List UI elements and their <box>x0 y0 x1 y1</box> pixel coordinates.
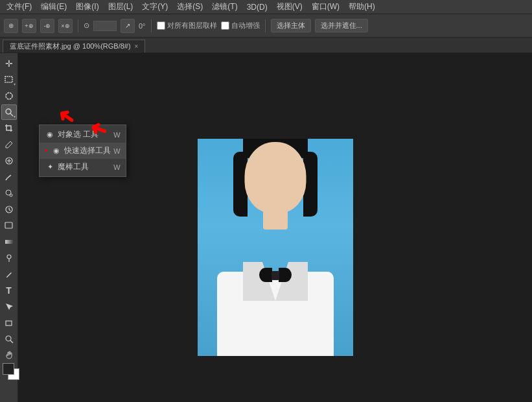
separator-3 <box>265 19 266 32</box>
flyout-item-label-3: 魔棒工具 <box>58 161 89 172</box>
tool-move[interactable]: ✛ <box>1 56 17 71</box>
menu-help[interactable]: 帮助(H) <box>345 0 379 14</box>
main-area: ✛ ▾ ▾ <box>0 53 532 402</box>
tool-brush[interactable] <box>1 169 17 185</box>
menu-window[interactable]: 窗口(W) <box>308 0 343 14</box>
menu-edit[interactable]: 编辑(E) <box>37 0 71 14</box>
tool-eyedropper[interactable] <box>1 137 17 152</box>
tool-gradient[interactable] <box>1 234 17 250</box>
flyout-shortcut-1: W <box>113 131 120 139</box>
bow-right-wing <box>279 268 292 282</box>
angle-value: 0° <box>139 22 146 30</box>
quick-select-icon: ◉ <box>51 146 62 156</box>
svg-line-16 <box>10 340 13 343</box>
document-tab[interactable]: 蓝底证件照素材.jpg @ 100%(RGB/8#) × <box>3 40 145 53</box>
flyout-shortcut-3: W <box>113 163 120 171</box>
tool-hand[interactable] <box>1 348 17 363</box>
tool-healing[interactable] <box>1 153 17 169</box>
menu-image[interactable]: 图像(I) <box>72 0 102 14</box>
tab-bar: 蓝底证件照素材.jpg @ 100%(RGB/8#) × <box>0 38 532 53</box>
flyout-item-quick-select[interactable]: • ◉ 快速选择工具 W <box>40 143 126 159</box>
tab-label: 蓝底证件照素材.jpg @ 100%(RGB/8#) <box>10 41 131 51</box>
svg-point-15 <box>6 336 11 341</box>
tool-zoom[interactable] <box>1 331 17 347</box>
select-subject-button[interactable]: 选择主体 <box>271 19 311 32</box>
menu-text[interactable]: 文字(Y) <box>138 0 172 14</box>
tool-history[interactable] <box>1 202 17 217</box>
tool-lasso[interactable] <box>1 88 17 104</box>
flyout-item-magic-wand[interactable]: ✦ 魔棒工具 W <box>40 159 126 175</box>
select-mask-button[interactable]: 选并并遮住... <box>315 19 368 32</box>
bow-tie <box>259 266 292 285</box>
svg-point-1 <box>6 93 12 99</box>
brush-size-input[interactable]: 30 <box>93 21 117 31</box>
svg-rect-14 <box>6 321 12 325</box>
flyout-item-label-1: 对象选 工具 <box>58 129 98 140</box>
svg-line-3 <box>10 113 13 116</box>
tool-crop[interactable] <box>1 121 17 136</box>
menu-layer[interactable]: 图层(L) <box>104 0 137 14</box>
tools-panel: ✛ ▾ ▾ <box>0 53 18 402</box>
menu-view[interactable]: 视图(V) <box>273 0 306 14</box>
svg-rect-11 <box>5 240 13 244</box>
tool-flyout-menu: ◉ 对象选 工具 W • ◉ 快速选择工具 W ✦ 魔棒工具 W <box>39 124 126 177</box>
canvas-area[interactable]: ◉ 对象选 工具 W • ◉ 快速选择工具 W ✦ 魔棒工具 W ➜ ➜ <box>18 53 532 402</box>
tool-pen[interactable] <box>1 266 17 282</box>
tool-quick-select[interactable]: ▾ <box>1 104 17 120</box>
auto-enhance-checkbox[interactable] <box>221 21 229 30</box>
new-selection-icon[interactable]: ⊕ <box>4 19 18 33</box>
all-layers-checkbox[interactable] <box>157 21 165 30</box>
flyout-shortcut-2: W <box>113 147 120 155</box>
add-selection-icon[interactable]: +⊕ <box>22 19 36 33</box>
separator-1 <box>78 19 78 32</box>
svg-point-12 <box>7 255 11 259</box>
tool-eraser[interactable] <box>1 218 17 233</box>
bow-left-wing <box>259 268 272 282</box>
object-select-icon: ◉ <box>45 130 55 140</box>
tool-path-select[interactable] <box>1 299 17 314</box>
menu-bar: 文件(F) 编辑(E) 图像(I) 图层(L) 文字(Y) 选择(S) 滤镜(T… <box>0 0 532 14</box>
menu-3d[interactable]: 3D(D) <box>243 1 272 13</box>
magic-wand-icon: ✦ <box>45 162 55 172</box>
neck <box>263 197 288 230</box>
svg-rect-10 <box>5 222 12 228</box>
bow-center <box>272 271 279 280</box>
flyout-item-label-2: 快速选择工具 <box>64 145 111 156</box>
svg-point-2 <box>6 109 11 114</box>
menu-filter[interactable]: 滤镜(T) <box>208 0 241 14</box>
tab-close-button[interactable]: × <box>135 43 139 50</box>
svg-point-8 <box>10 194 12 196</box>
tool-shape[interactable] <box>1 315 17 331</box>
tool-clone[interactable] <box>1 185 17 201</box>
options-bar: ⊕ +⊕ -⊕ ×⊕ ⊙ 30 ↗ 0° 对所有图层取样 自动增强 选择主体 选… <box>0 14 532 38</box>
menu-select[interactable]: 选择(S) <box>173 0 207 14</box>
flyout-item-object-select[interactable]: ◉ 对象选 工具 W <box>40 126 126 143</box>
tool-dodge[interactable] <box>1 250 17 266</box>
svg-rect-0 <box>5 77 12 82</box>
tool-select-rect[interactable]: ▾ <box>1 72 17 88</box>
separator-2 <box>151 19 152 32</box>
angle-icon[interactable]: ↗ <box>121 19 135 33</box>
menu-file[interactable]: 文件(F) <box>3 0 36 14</box>
foreground-color[interactable] <box>3 363 14 375</box>
all-layers-option[interactable]: 对所有图层取样 <box>157 21 217 30</box>
tool-text[interactable]: T <box>1 283 17 298</box>
shirt <box>217 272 334 356</box>
subtract-selection-icon[interactable]: -⊕ <box>40 19 54 33</box>
intersect-selection-icon[interactable]: ×⊕ <box>58 19 73 33</box>
auto-enhance-option[interactable]: 自动增强 <box>221 21 260 30</box>
brush-size-label: ⊙ <box>84 21 89 30</box>
bullet-icon: • <box>45 147 47 156</box>
id-photo <box>198 139 353 356</box>
